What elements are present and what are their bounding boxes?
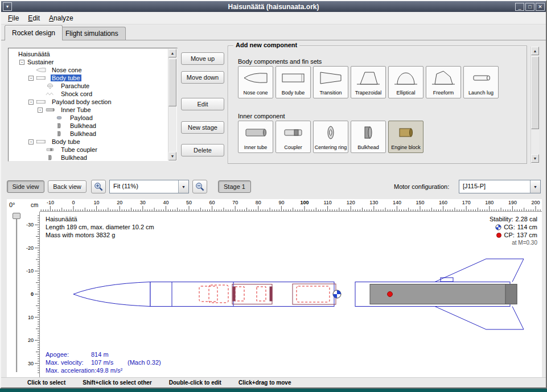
tree-action-buttons: Move upMove downEditNew stageDelete <box>181 52 224 156</box>
motor-nozzle <box>505 284 517 304</box>
zoom-scale-select[interactable]: Fit (11%) ▼ <box>109 180 189 193</box>
cg-marker <box>333 290 341 298</box>
tree-item-label[interactable]: Nose cone <box>51 67 83 73</box>
tree-item-tube-coupler[interactable]: Tube coupler <box>9 146 168 154</box>
tree-item-label[interactable]: Shock cord <box>60 90 93 97</box>
new-stage-button[interactable]: New stage <box>181 121 224 134</box>
add-centering-ring-button[interactable]: Centering ring <box>313 121 348 153</box>
tree-item-bulkhead[interactable]: Bulkhead <box>9 122 168 130</box>
menu-file[interactable]: File <box>3 13 23 23</box>
group-label-body-components: Body components and fin sets <box>238 58 322 65</box>
svg-text:50: 50 <box>186 200 192 205</box>
tree-item-label[interactable]: Tube coupler <box>60 146 98 153</box>
tree-item-label[interactable]: Bulkhead <box>60 154 88 160</box>
add-launch-lug-button[interactable]: Launch lug <box>463 66 499 98</box>
fin-bottom <box>435 307 524 330</box>
add-elliptical-button[interactable]: Elliptical <box>388 66 423 98</box>
tree-item-label[interactable]: Payload body section <box>51 98 113 105</box>
tree-item-label[interactable]: Bulkhead <box>69 122 97 129</box>
launch-lug-icon <box>468 69 493 86</box>
add-bulkhead-button[interactable]: Bulkhead <box>351 121 386 153</box>
flight-stat-extra: (Mach 0.32) <box>128 359 161 366</box>
tree-item-shock-cord[interactable]: Shock cord <box>9 90 168 98</box>
tree-item-label[interactable]: Sustainer <box>26 59 55 65</box>
tree-item-label[interactable]: Haisunäätä <box>17 51 51 57</box>
zoom-out-button[interactable] <box>192 180 207 193</box>
tree-item-label[interactable]: Body tube <box>51 75 81 81</box>
add-transition-button[interactable]: Transition <box>313 66 348 98</box>
scroll-up-icon[interactable]: ▲ <box>531 47 539 55</box>
scroll-down-icon[interactable]: ▼ <box>531 154 539 163</box>
delete-button[interactable]: Delete <box>181 144 224 156</box>
rocket-viewport[interactable]: 0° cm -100102030405060708090100110120130… <box>7 199 542 377</box>
tree-expander-icon[interactable]: - <box>19 60 24 65</box>
add-trapezoidal-button[interactable]: Trapezoidal <box>351 66 386 98</box>
tab-flight-simulations[interactable]: Flight simulations <box>58 27 126 40</box>
tree-expander-icon[interactable]: - <box>28 139 34 145</box>
body-tube-icon <box>281 69 306 86</box>
menu-analyze[interactable]: Analyze <box>44 13 78 23</box>
scroll-down-icon[interactable]: ▼ <box>168 152 176 160</box>
tree-item-body-tube[interactable]: -Body tube <box>9 138 168 146</box>
add-nose-cone-button[interactable]: Nose cone <box>238 66 273 98</box>
move-up-button[interactable]: Move up <box>181 52 224 65</box>
tree-item-haisun-t[interactable]: Haisunäätä <box>9 50 168 58</box>
maximize-button[interactable]: □ <box>525 3 534 11</box>
magnifier-plus-icon <box>94 182 104 192</box>
side-view-button[interactable]: Side view <box>7 180 44 193</box>
window-menu-icon[interactable]: ▾ <box>3 2 12 11</box>
stage-1-button[interactable]: Stage 1 <box>218 180 251 193</box>
svg-text:-20: -20 <box>26 245 34 251</box>
chevron-down-icon[interactable]: ▼ <box>530 180 540 193</box>
cp-icon <box>496 232 502 238</box>
edit-button[interactable]: Edit <box>181 98 224 110</box>
flight-info: Apogee:814 mMax. velocity:107 m/s(Mach 0… <box>46 350 161 374</box>
tree-expander-icon[interactable]: - <box>28 100 34 105</box>
elliptical-icon <box>393 69 418 86</box>
panel-scrollbar[interactable]: ▲ ▼ <box>530 47 539 164</box>
rotation-slider-handle[interactable] <box>13 213 20 219</box>
add-inner-tube-button[interactable]: Inner tube <box>238 121 273 153</box>
tree-item-nose-cone[interactable]: Nose cone <box>9 66 168 74</box>
add-engine-block-button[interactable]: Engine block <box>388 121 423 153</box>
add-freeform-button[interactable]: Freeform <box>426 66 461 98</box>
tab-rocket-design[interactable]: Rocket design <box>5 25 63 40</box>
close-button[interactable]: ✕ <box>536 3 545 11</box>
tree-expander-icon[interactable]: - <box>28 76 34 81</box>
tree-item-bulkhead[interactable]: Bulkhead <box>9 154 168 160</box>
zoom-in-button[interactable] <box>91 180 106 193</box>
motor-configuration-select[interactable]: [J115-P] ▼ <box>459 180 541 193</box>
status-hint: Click+drag to move <box>238 379 291 386</box>
tree-item-label[interactable]: Body tube <box>51 138 81 145</box>
add-coupler-button[interactable]: Coupler <box>275 121 311 153</box>
move-down-button[interactable]: Move down <box>181 71 224 84</box>
inner-tube-icon <box>44 106 56 113</box>
tree-expander-icon[interactable]: - <box>38 108 43 113</box>
component-button-label: Body tube <box>282 90 305 96</box>
add-body-tube-button[interactable]: Body tube <box>275 66 311 98</box>
stability-value: 2.28 cal <box>515 215 537 223</box>
tree-scrollbar-thumb[interactable] <box>168 59 176 106</box>
tree-item-label[interactable]: Bulkhead <box>69 130 97 137</box>
tree-item-label[interactable]: Parachute <box>60 82 91 89</box>
panel-scrollbar-thumb[interactable] <box>531 56 539 129</box>
tree-item-payload[interactable]: Payload <box>9 114 168 122</box>
tree-item-inner-tube[interactable]: -Inner Tube <box>9 106 168 114</box>
minimize-button[interactable]: _ <box>515 3 524 11</box>
chevron-down-icon[interactable]: ▼ <box>178 180 188 193</box>
tree-item-payload-body-section[interactable]: -Payload body section <box>9 98 168 106</box>
component-button-label: Elliptical <box>396 90 415 96</box>
tree-item-label[interactable]: Payload <box>69 114 94 121</box>
rotation-slider-track[interactable] <box>16 214 17 372</box>
tree-item-bulkhead[interactable]: Bulkhead <box>9 130 168 138</box>
tree-item-parachute[interactable]: Parachute <box>9 82 168 90</box>
svg-text:80: 80 <box>256 200 261 205</box>
menu-edit[interactable]: Edit <box>23 13 44 23</box>
back-view-button[interactable]: Back view <box>48 180 87 193</box>
tree-item-body-tube[interactable]: -Body tube <box>9 74 168 82</box>
trapezoidal-icon <box>356 69 381 86</box>
scroll-up-icon[interactable]: ▲ <box>168 49 176 57</box>
tree-scrollbar[interactable]: ▲ ▼ <box>168 49 176 160</box>
tree-item-label[interactable]: Inner Tube <box>60 106 92 113</box>
tree-item-sustainer[interactable]: -Sustainer <box>9 58 168 66</box>
